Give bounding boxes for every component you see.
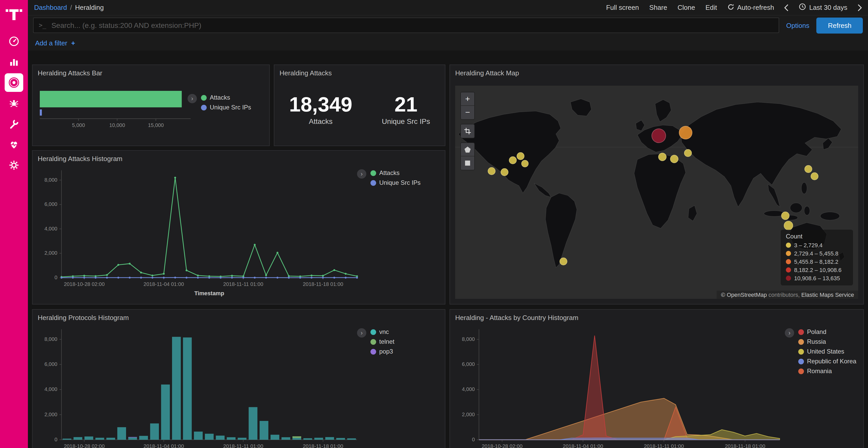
legend-item[interactable]: Romania [798, 368, 857, 375]
bar-vnc[interactable] [63, 439, 71, 440]
map-point[interactable] [679, 126, 692, 139]
bar-vnc[interactable] [347, 439, 356, 440]
time-forward-button[interactable] [858, 4, 862, 11]
bar-vnc[interactable] [303, 438, 312, 440]
heartbeat-icon[interactable] [5, 135, 23, 154]
auto-refresh-button[interactable]: Auto-refresh [727, 3, 774, 12]
map-point[interactable] [521, 160, 529, 167]
panel-title: Heralding - Attacks by Country Histogram [450, 310, 863, 323]
map-point[interactable] [517, 152, 524, 160]
bar-vnc[interactable] [292, 438, 301, 440]
legend-toggle-icon[interactable]: › [785, 328, 794, 338]
dashboard-icon[interactable] [5, 32, 23, 50]
target-icon[interactable] [5, 73, 23, 92]
attack-map[interactable]: + − [455, 86, 858, 299]
time-range-button[interactable]: Last 30 days [799, 3, 847, 12]
svg-text:0: 0 [55, 437, 57, 442]
legend-label: Attacks [210, 94, 230, 101]
add-filter-button[interactable]: Add a filter + [35, 39, 75, 47]
bar-vnc[interactable] [139, 436, 148, 440]
map-point[interactable] [784, 221, 793, 230]
legend-item[interactable]: telnet [370, 338, 395, 345]
map-point[interactable] [509, 157, 517, 164]
rectangle-tool-button[interactable] [461, 157, 474, 170]
bar-vnc[interactable] [238, 438, 246, 440]
bar-vnc[interactable] [150, 423, 159, 440]
legend-item[interactable]: Attacks [370, 169, 421, 176]
bar-telnet[interactable] [292, 436, 301, 438]
bar-vnc[interactable] [325, 437, 334, 440]
bar-vnc[interactable] [314, 438, 323, 440]
map-point[interactable] [781, 212, 789, 220]
legend-item[interactable]: Unique Src IPs [370, 179, 421, 186]
bar-vnc[interactable] [249, 407, 257, 440]
map-point[interactable] [652, 129, 666, 143]
bar-vnc[interactable] [205, 434, 214, 440]
search-input[interactable] [52, 21, 773, 29]
legend-toggle-icon[interactable]: › [188, 94, 197, 103]
time-back-button[interactable] [784, 4, 789, 11]
crop-tool-button[interactable] [461, 125, 474, 138]
bar-vnc[interactable] [271, 435, 279, 440]
bar-vnc[interactable] [194, 432, 203, 440]
bar-vnc[interactable] [117, 427, 126, 440]
options-link[interactable]: Options [786, 22, 809, 29]
bar-vnc[interactable] [259, 421, 269, 440]
bar-vnc[interactable] [336, 438, 345, 440]
breadcrumb-dashboard[interactable]: Dashboard [34, 4, 67, 11]
map-point[interactable] [804, 165, 812, 173]
legend-item[interactable]: Republic of Korea [798, 358, 857, 365]
gear-icon[interactable] [5, 156, 23, 174]
legend-dot [798, 329, 804, 335]
bar-vnc[interactable] [172, 337, 181, 440]
legend-item[interactable]: Unique Src IPs [201, 104, 251, 111]
bar-vnc[interactable] [74, 437, 83, 440]
zoom-out-button[interactable]: − [461, 106, 474, 119]
share-button[interactable]: Share [649, 4, 667, 11]
panel-title: Heralding Attacks [274, 65, 445, 79]
count-legend-item: 2,729.4 – 5,455.8 [786, 250, 848, 256]
map-point[interactable] [684, 149, 691, 157]
legend-item[interactable]: pop3 [370, 348, 395, 355]
legend-toggle-icon[interactable]: › [357, 328, 366, 338]
count-legend-label: 2,729.4 – 5,455.8 [794, 250, 838, 256]
metric-label: Attacks [289, 117, 352, 125]
polygon-tool-button[interactable] [461, 143, 474, 157]
legend-item[interactable]: vnc [370, 328, 395, 336]
bar-vnc[interactable] [282, 437, 290, 440]
legend-item[interactable]: Poland [798, 328, 857, 336]
legend-toggle-icon[interactable]: › [357, 169, 366, 179]
wrench-icon[interactable] [5, 114, 23, 133]
svg-text:2018-10-28 02:00: 2018-10-28 02:00 [64, 443, 104, 448]
zoom-in-button[interactable]: + [461, 92, 474, 106]
bar-vnc[interactable] [161, 384, 170, 440]
legend-dot [370, 170, 376, 176]
bar-vnc[interactable] [106, 438, 115, 440]
legend-item[interactable]: Russia [798, 338, 857, 345]
series-Attacks [60, 177, 358, 278]
bar-chart-icon[interactable] [5, 53, 23, 71]
refresh-button[interactable]: Refresh [816, 17, 863, 33]
edit-button[interactable]: Edit [706, 4, 717, 11]
fullscreen-button[interactable]: Full screen [606, 4, 639, 11]
bar-vnc[interactable] [95, 438, 104, 440]
attacks-bar-chart: 5,00010,00015,000 [38, 87, 198, 144]
bar-vnc[interactable] [216, 436, 224, 440]
svg-text:2018-11-04 01:00: 2018-11-04 01:00 [144, 443, 184, 448]
bar-vnc[interactable] [85, 436, 93, 440]
bar-pop3[interactable] [128, 437, 137, 438]
svg-text:2018-11-11 01:00: 2018-11-11 01:00 [644, 443, 684, 448]
bar-vnc[interactable] [227, 437, 236, 440]
legend-item[interactable]: Attacks [201, 94, 251, 101]
spider-icon[interactable] [5, 94, 23, 112]
bar-vnc[interactable] [183, 338, 192, 440]
terminal-prompt-icon: >_ [39, 22, 46, 29]
panel-attacks-histogram: Heralding Attacks Histogram 02,0004,0006… [32, 150, 445, 305]
clone-button[interactable]: Clone [678, 4, 695, 11]
svg-text:2,000: 2,000 [44, 250, 57, 256]
telekom-logo[interactable] [5, 5, 23, 23]
map-point[interactable] [488, 167, 495, 175]
legend-item[interactable]: United States [798, 348, 857, 355]
legend-label: pop3 [379, 348, 393, 355]
bar-vnc[interactable] [128, 438, 137, 440]
